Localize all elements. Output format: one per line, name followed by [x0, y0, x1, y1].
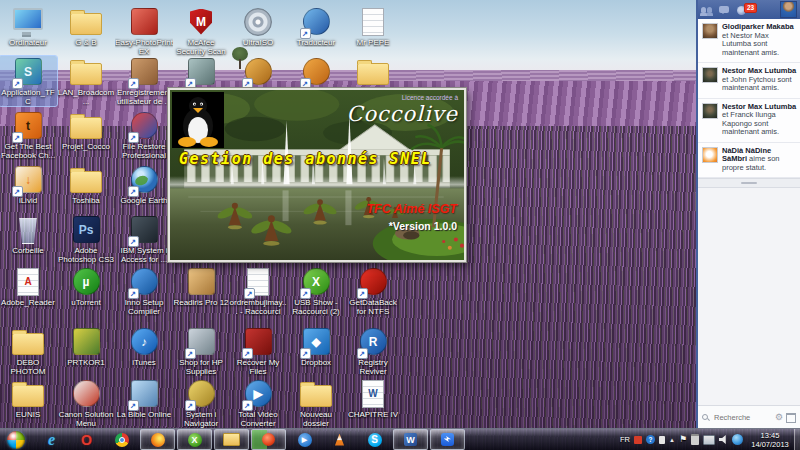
- desktop-icon-get-the-best-facebook[interactable]: t↗Get The Best Facebook Ch...: [0, 110, 57, 160]
- desktop-icon-ibm-system-i-access[interactable]: ↗IBM System i Access for ...: [115, 214, 173, 264]
- splash-screen: Licence accordée à Coccolive Gestion des…: [168, 88, 466, 262]
- show-hidden-icons[interactable]: ▲: [669, 437, 675, 443]
- desktop-icon-getdataback-ntfs[interactable]: ↗GetDataBack for NTFS: [344, 266, 402, 316]
- taskbar-button-vlc[interactable]: [323, 430, 356, 449]
- enregistrement-utilisateur-icon: ↗: [131, 56, 158, 87]
- desktop-icon-toshiba[interactable]: Toshiba: [57, 164, 115, 205]
- desktop-icon-corbeille[interactable]: Corbeille: [0, 214, 57, 255]
- action-center-icon[interactable]: ⚑: [679, 435, 687, 444]
- desktop-icon-g-and-b[interactable]: G & B: [57, 6, 115, 47]
- taskbar-button-download-manager[interactable]: [251, 429, 286, 450]
- language-indicator[interactable]: FR: [620, 435, 630, 444]
- easy-photoprint-ex-icon: [131, 6, 158, 37]
- messages-icon[interactable]: [719, 4, 731, 16]
- google-earth-icon: ↗: [131, 164, 158, 195]
- desktop-icon-shop-for-hp-supplies[interactable]: ↗Shop for HP Supplies: [172, 326, 230, 376]
- desktop-icon-adobe-photoshop-cs3[interactable]: PsAdobe Photoshop CS3: [57, 214, 115, 264]
- profile-avatar[interactable]: [780, 1, 797, 18]
- desktop-icon-mcafee-security-scan-plus[interactable]: MMcAfee Security Scan Plus: [172, 6, 230, 57]
- taskbar-button-usb-show-tools[interactable]: X: [177, 429, 212, 450]
- taskbar-button-internet-explorer[interactable]: e: [35, 430, 68, 449]
- lan-broadcom-icon: [70, 56, 102, 87]
- desktop-icon-eunis[interactable]: EUNIS: [0, 378, 57, 419]
- desktop-icon-label: Google Earth: [115, 196, 173, 205]
- mcafee-tray-icon[interactable]: [634, 436, 642, 444]
- desktop-icon-usb-show[interactable]: X↗USB Show - Raccourci (2): [287, 266, 345, 316]
- desktop-icon-system-i-navigator[interactable]: ↗System i Navigator: [172, 378, 230, 428]
- taskbar-button-media-player[interactable]: ▶: [288, 430, 321, 449]
- desktop-icon-adobe-reader[interactable]: AAdobe_Reader: [0, 266, 57, 307]
- notification-avatar: [702, 23, 718, 39]
- taskbar-button-windows-explorer[interactable]: [214, 429, 249, 450]
- notification-item[interactable]: NàDià NàDine SàMbri aime son propre stat…: [698, 143, 800, 179]
- desktop-icon-google-earth[interactable]: ↗Google Earth: [115, 164, 173, 205]
- desktop-icon-file-restore-professional[interactable]: ↗File Restore Professional: [115, 110, 173, 160]
- notification-text: Nestor Max Lutumba et John Fytchou sont …: [722, 67, 797, 93]
- desktop-icon-ordrembujimay[interactable]: ↗ordrembujimay... - Raccourci: [229, 266, 287, 316]
- desktop-icon-enregistrement-utilisateur[interactable]: ↗Enregistrement utilisateur de ...: [115, 56, 173, 106]
- desktop-icon-label: Traducteur: [287, 38, 345, 47]
- desktop-icon-inno-setup-compiler[interactable]: ↗Inno Setup Compiler: [115, 266, 173, 316]
- desktop-icon-ilivid[interactable]: ↓↗iLivid: [0, 164, 57, 205]
- blue-swirl-tray-icon[interactable]: [732, 434, 743, 445]
- show-desktop-button[interactable]: [794, 429, 800, 450]
- taskbar-button-firefox[interactable]: [140, 429, 175, 450]
- desktop-icon-chapitre-iv[interactable]: WCHAPITRE IV: [344, 378, 402, 419]
- shop-for-hp-supplies-icon: ↗: [188, 326, 215, 357]
- taskbar-button-facebook-messenger[interactable]: [430, 429, 465, 450]
- notifications-icon[interactable]: 23: [737, 4, 749, 16]
- desktop-icon-easy-photoprint-ex[interactable]: Easy-PhotoPrint EX: [115, 6, 173, 56]
- clipboard-tray-icon[interactable]: [691, 434, 699, 445]
- desktop-icon-dropbox[interactable]: ◆↗Dropbox: [287, 326, 345, 367]
- start-button[interactable]: [7, 431, 25, 449]
- facebook-messenger-icon: [441, 433, 454, 446]
- desktop-icon-nouveau-dossier[interactable]: Nouveau dossier: [287, 378, 345, 428]
- notification-item[interactable]: Nestor Max Lutumba et John Fytchou sont …: [698, 63, 800, 99]
- desktop-icon-readiris-pro-12[interactable]: Readiris Pro 12: [172, 266, 230, 307]
- desktop-icon-debo-photom[interactable]: DEBO PHOTOM: [0, 326, 57, 376]
- desktop-icon-mr-pepe[interactable]: Mr PEPE: [344, 6, 402, 47]
- desktop-icon-utorrent[interactable]: µuTorrent: [57, 266, 115, 307]
- help-tray-icon[interactable]: ?: [646, 435, 655, 444]
- desktop-icon-label: Canon Solution Menu: [57, 410, 115, 428]
- taskbar-button-opera[interactable]: O: [70, 430, 103, 449]
- desktop-icon-canon-solution-menu[interactable]: Canon Solution Menu: [57, 378, 115, 428]
- desktop-icon-total-video-converter[interactable]: ▶↗Total Video Converter: [229, 378, 287, 428]
- desktop-icon-traducteur[interactable]: ↗Traducteur: [287, 6, 345, 47]
- desktop-icon-lan-broadcom[interactable]: LAN_Broadcom...: [57, 56, 115, 106]
- traducteur-icon: ↗: [303, 6, 330, 37]
- notification-item[interactable]: Glodiparker Makaba et Nestor Max Lutumba…: [698, 19, 800, 63]
- tray-status-icon[interactable]: [659, 436, 665, 444]
- friend-requests-icon[interactable]: [701, 4, 713, 16]
- ordrembujimay-icon: ↗: [247, 266, 269, 297]
- taskbar-button-skype[interactable]: S: [358, 430, 391, 449]
- notification-item[interactable]: Nestor Max Lutumba et Franck Ilunga Kapo…: [698, 99, 800, 143]
- desktop-icon-label: iTunes: [115, 358, 173, 367]
- projet-cocco-icon: [70, 110, 102, 141]
- desktop-icon-label: LAN_Broadcom...: [57, 88, 115, 106]
- readiris-pro-12-icon: [188, 266, 215, 297]
- desktop-icon-recover-my-files[interactable]: ↗Recover My Files: [229, 326, 287, 376]
- taskbar-clock[interactable]: 13:45 14/07/2013: [746, 431, 794, 449]
- volume-icon[interactable]: [719, 435, 728, 444]
- taskbar-button-chrome[interactable]: [105, 430, 138, 449]
- network-icon[interactable]: [703, 435, 715, 445]
- desktop-icon-ordinateur[interactable]: Ordinateur: [0, 6, 57, 47]
- notification-avatar: [702, 103, 718, 119]
- desktop-icon-prtkor1[interactable]: PRTKOR1: [57, 326, 115, 367]
- desktop-icon-registry-reviver[interactable]: R↗Registry Reviver: [344, 326, 402, 376]
- notification-badge: 23: [744, 3, 757, 13]
- desktop-icon-itunes[interactable]: ♪iTunes: [115, 326, 173, 367]
- panel-resize-divider[interactable]: [698, 178, 800, 188]
- settings-gear-icon[interactable]: ⚙: [775, 413, 783, 422]
- shortcut-arrow-icon: ↗: [12, 186, 23, 197]
- notification-message: et John Fytchou sont maintenant amis.: [722, 75, 792, 93]
- search-input[interactable]: [712, 412, 762, 423]
- desktop-icon-label: Projet_Cocco: [57, 142, 115, 151]
- desktop-icon-la-bible-online[interactable]: ↗La Bible Online: [115, 378, 173, 419]
- desktop-icon-projet-cocco[interactable]: Projet_Cocco: [57, 110, 115, 151]
- taskbar-button-word[interactable]: W: [393, 429, 428, 450]
- open-window-icon[interactable]: [786, 413, 796, 423]
- desktop-icon-application-tfc[interactable]: S↗Application_TFC: [0, 56, 57, 106]
- desktop-icon-ultraiso[interactable]: UltraISO: [229, 6, 287, 47]
